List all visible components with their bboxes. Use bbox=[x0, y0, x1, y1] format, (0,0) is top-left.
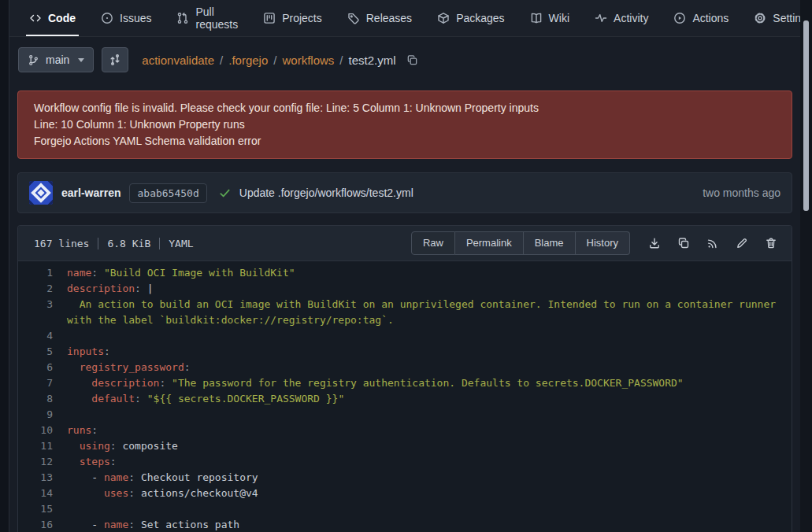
code-line: 5inputs: bbox=[18, 344, 792, 360]
copy-path-icon[interactable] bbox=[406, 54, 418, 66]
scrollbar[interactable] bbox=[800, 0, 812, 532]
tab-label: Issues bbox=[120, 12, 151, 24]
repo-tabs: CodeIssuesPull requestsProjectsReleasesP… bbox=[9, 0, 800, 37]
compare-icon bbox=[109, 54, 121, 66]
line-content: steps: bbox=[67, 454, 792, 470]
code-line: 6 registry_password: bbox=[18, 360, 792, 375]
path-segment[interactable]: .forgejo bbox=[228, 54, 268, 67]
line-content: runs: bbox=[67, 423, 792, 438]
line-content: An action to build an OCI image with Bui… bbox=[67, 297, 792, 328]
commit-author[interactable]: earl-warren bbox=[61, 187, 121, 199]
compare-button[interactable] bbox=[102, 47, 128, 72]
tab-activity[interactable]: Activity bbox=[595, 0, 648, 36]
line-content: uses: actions/checkout@v4 bbox=[67, 486, 792, 501]
code-line: 11 using: composite bbox=[18, 438, 792, 454]
line-number[interactable]: 7 bbox=[18, 375, 67, 391]
file-size: 6.8 KiB bbox=[107, 238, 150, 249]
file-language: YAML bbox=[169, 238, 193, 249]
divider bbox=[159, 238, 160, 249]
file-stats: 167 lines 6.8 KiB YAML bbox=[34, 238, 194, 249]
line-number[interactable]: 10 bbox=[18, 423, 67, 438]
project-icon bbox=[263, 12, 276, 24]
delete-icon[interactable] bbox=[765, 237, 777, 249]
line-content: name: "Build OCI Image with BuildKit" bbox=[67, 265, 792, 281]
code-line: 8 default: "${{ secrets.DOCKER_PASSWORD … bbox=[18, 391, 792, 407]
download-icon[interactable] bbox=[648, 237, 661, 249]
code-icon bbox=[29, 12, 42, 24]
line-number[interactable]: 12 bbox=[18, 454, 67, 470]
line-number[interactable]: 16 bbox=[18, 517, 67, 532]
commit-time: two months ago bbox=[703, 187, 780, 199]
line-content: default: "${{ secrets.DOCKER_PASSWORD }}… bbox=[67, 391, 792, 407]
commit-message[interactable]: Update .forgejo/workflows/test2.yml bbox=[239, 187, 413, 199]
line-number[interactable]: 11 bbox=[18, 438, 67, 454]
tag-icon bbox=[347, 12, 360, 24]
path-separator: / bbox=[339, 54, 343, 67]
line-number[interactable]: 3 bbox=[18, 297, 67, 328]
tab-wiki[interactable]: Wiki bbox=[530, 0, 569, 36]
issue-opened-icon bbox=[101, 12, 113, 24]
tab-label: Projects bbox=[282, 12, 322, 24]
permalink-button[interactable]: Permalink bbox=[455, 231, 524, 255]
line-content: registry_password: bbox=[67, 360, 792, 375]
file-lines-count: 167 lines bbox=[34, 238, 89, 249]
file-action-icons bbox=[648, 237, 777, 249]
book-icon bbox=[530, 12, 543, 24]
code-view: 1name: "Build OCI Image with BuildKit"2d… bbox=[18, 261, 792, 532]
line-content: - name: Set actions path bbox=[67, 517, 792, 532]
line-number[interactable]: 1 bbox=[18, 265, 67, 281]
line-number[interactable]: 14 bbox=[18, 486, 67, 501]
tab-projects[interactable]: Projects bbox=[263, 0, 322, 36]
avatar[interactable] bbox=[29, 181, 53, 205]
scrollbar-thumb[interactable] bbox=[803, 20, 809, 211]
tab-releases[interactable]: Releases bbox=[347, 0, 412, 36]
line-content: description: "The password for the regis… bbox=[67, 375, 792, 391]
package-icon bbox=[437, 12, 450, 24]
tab-label: Activity bbox=[614, 12, 648, 24]
tab-pull-requests[interactable]: Pull requests bbox=[176, 0, 238, 36]
line-number[interactable]: 8 bbox=[18, 391, 67, 407]
rss-icon[interactable] bbox=[706, 237, 719, 249]
branch-selector[interactable]: main bbox=[18, 47, 94, 72]
code-line: 2description: | bbox=[18, 281, 792, 297]
blame-button[interactable]: Blame bbox=[524, 231, 576, 255]
workflow-error-alert: Workflow config file is invalid. Please … bbox=[17, 91, 792, 159]
error-line: Forgejo Actions YAML Schema validation e… bbox=[34, 133, 776, 150]
raw-button[interactable]: Raw bbox=[411, 231, 455, 255]
path-segment[interactable]: actionvalidate bbox=[142, 54, 214, 67]
tab-issues[interactable]: Issues bbox=[101, 0, 151, 36]
path-separator: / bbox=[273, 54, 276, 67]
tab-code[interactable]: Code bbox=[29, 0, 76, 36]
code-line: 12 steps: bbox=[18, 454, 792, 470]
file-path: actionvalidate/.forgejo/workflows/test2.… bbox=[142, 54, 395, 67]
line-content bbox=[67, 407, 792, 423]
line-number[interactable]: 13 bbox=[18, 470, 67, 486]
path-separator: / bbox=[220, 54, 223, 67]
line-content bbox=[67, 501, 792, 517]
line-number[interactable]: 6 bbox=[18, 360, 67, 375]
tab-label: Code bbox=[48, 12, 76, 24]
edit-icon[interactable] bbox=[736, 237, 748, 249]
current-file-name: test2.yml bbox=[349, 54, 396, 67]
code-line: 3 An action to build an OCI image with B… bbox=[18, 297, 792, 328]
line-number[interactable]: 2 bbox=[18, 281, 67, 297]
commit-hash[interactable]: abab65450d bbox=[129, 183, 206, 203]
path-segment[interactable]: workflows bbox=[282, 54, 334, 67]
commit-status-check-icon[interactable] bbox=[219, 187, 231, 199]
code-line: 9 bbox=[18, 407, 792, 423]
line-number[interactable]: 15 bbox=[18, 501, 67, 517]
line-content: - name: Checkout repository bbox=[67, 470, 792, 486]
history-button[interactable]: History bbox=[576, 231, 630, 255]
line-number[interactable]: 5 bbox=[18, 344, 67, 360]
tab-label: Actions bbox=[692, 12, 729, 24]
line-number[interactable]: 9 bbox=[18, 407, 67, 423]
code-line: 10runs: bbox=[18, 423, 792, 438]
tab-actions[interactable]: Actions bbox=[673, 0, 729, 36]
code-line: 1name: "Build OCI Image with BuildKit" bbox=[18, 265, 792, 281]
repo-content: main actionvalidate/.forgejo/workflows/t… bbox=[9, 37, 800, 532]
line-number[interactable]: 4 bbox=[18, 328, 67, 344]
tab-packages[interactable]: Packages bbox=[437, 0, 504, 36]
divider bbox=[98, 238, 98, 249]
copy-content-icon[interactable] bbox=[677, 237, 690, 249]
error-line: Workflow config file is invalid. Please … bbox=[34, 100, 776, 116]
